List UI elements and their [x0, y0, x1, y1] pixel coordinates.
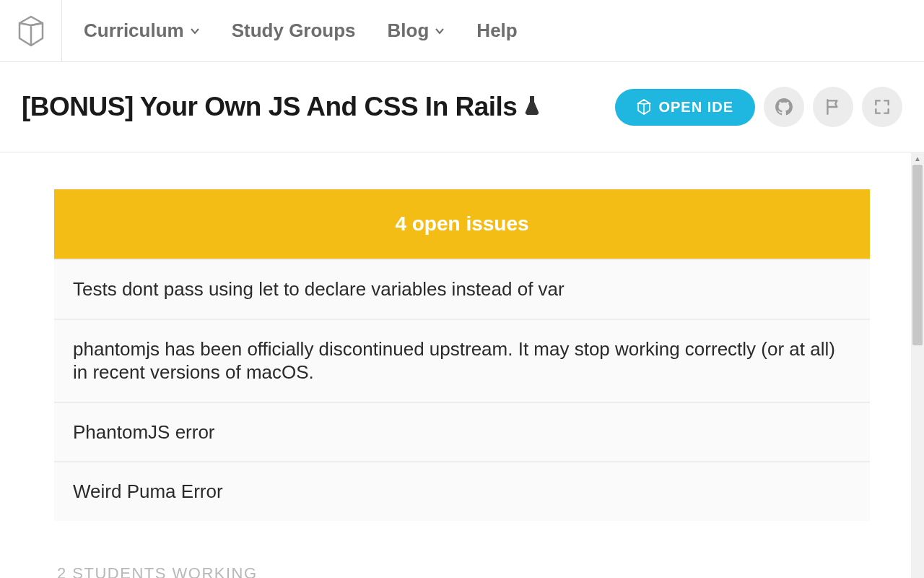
bolt-icon: [637, 99, 651, 115]
issue-item[interactable]: phantomjs has been officially discontinu…: [54, 319, 870, 402]
expand-icon: [873, 98, 892, 116]
nav-study-groups[interactable]: Study Groups: [232, 20, 356, 42]
flag-icon: [824, 98, 842, 116]
issue-item[interactable]: Weird Puma Error: [54, 461, 870, 521]
open-ide-label: OPEN IDE: [658, 99, 733, 116]
nav-label: Help: [476, 20, 517, 42]
scroll-up-icon[interactable]: ▲: [911, 152, 924, 165]
chevron-down-icon: [190, 26, 200, 36]
page-title: [BONUS] Your Own JS And CSS In Rails: [22, 92, 540, 122]
scrollbar[interactable]: ▲: [911, 152, 924, 578]
header-actions: OPEN IDE: [615, 87, 902, 127]
nav-blog[interactable]: Blog: [388, 20, 445, 42]
lesson-header: [BONUS] Your Own JS And CSS In Rails OPE…: [0, 62, 924, 152]
scroll-thumb[interactable]: [912, 165, 923, 345]
issues-panel: 4 open issues Tests dont pass using let …: [54, 189, 870, 521]
nav-links: Curriculum Study Groups Blog Help: [62, 20, 518, 42]
github-icon: [775, 98, 793, 116]
top-nav: Curriculum Study Groups Blog Help: [0, 0, 924, 62]
expand-button[interactable]: [862, 87, 902, 127]
nav-curriculum[interactable]: Curriculum: [84, 20, 200, 42]
title-text: [BONUS] Your Own JS And CSS In Rails: [22, 92, 517, 122]
nav-label: Blog: [388, 20, 430, 42]
nav-label: Curriculum: [84, 20, 184, 42]
learn-logo-icon: [17, 15, 45, 47]
open-ide-button[interactable]: OPEN IDE: [615, 89, 755, 126]
content-area: 4 open issues Tests dont pass using let …: [0, 152, 924, 578]
nav-help[interactable]: Help: [476, 20, 517, 42]
chevron-down-icon: [435, 26, 445, 36]
logo[interactable]: [0, 0, 62, 62]
flask-icon: [524, 95, 540, 120]
issue-item[interactable]: Tests dont pass using let to declare var…: [54, 259, 870, 319]
students-working-label: 2 STUDENTS WORKING: [54, 521, 870, 579]
nav-label: Study Groups: [232, 20, 356, 42]
github-button[interactable]: [764, 87, 804, 127]
issues-header: 4 open issues: [54, 189, 870, 259]
issue-item[interactable]: PhantomJS error: [54, 402, 870, 462]
flag-button[interactable]: [813, 87, 853, 127]
